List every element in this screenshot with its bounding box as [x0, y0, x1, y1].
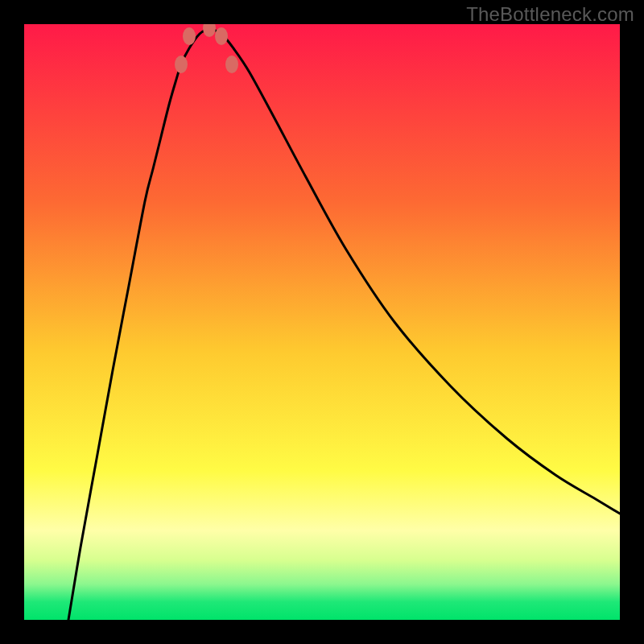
curve-right-branch	[209, 28, 620, 514]
curve-marker	[183, 27, 196, 45]
curve-markers	[175, 24, 238, 73]
curve-marker	[203, 24, 216, 37]
chart-frame	[24, 24, 620, 620]
curve-marker	[225, 56, 238, 73]
watermark-text: TheBottleneck.com	[466, 3, 634, 26]
curve-marker	[175, 56, 188, 73]
curve-left-branch	[68, 28, 209, 620]
curve-marker	[215, 27, 228, 45]
chart-plot-layer	[24, 24, 620, 620]
